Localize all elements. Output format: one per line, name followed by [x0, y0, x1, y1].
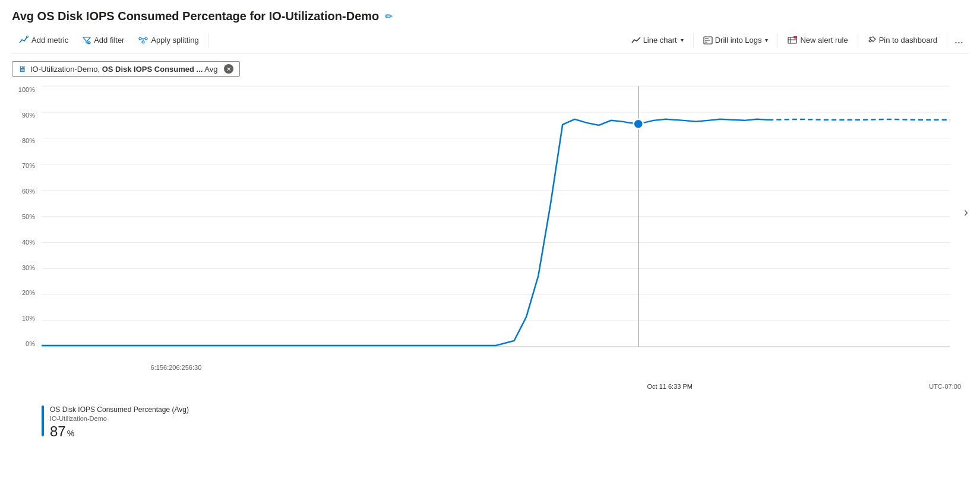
y-label-20: 20% — [12, 289, 35, 296]
svg-point-33 — [634, 119, 643, 129]
apply-splitting-label: Apply splitting — [151, 36, 198, 45]
svg-point-8 — [142, 41, 144, 43]
svg-text:!: ! — [795, 36, 796, 39]
y-label-100: 100% — [12, 86, 35, 93]
tooltip-label: Oct 11 6:33 PM — [647, 383, 693, 390]
metric-tag-metric: OS Disk IOPS Consumed ... — [102, 65, 203, 74]
line-chart-label: Line chart — [643, 36, 677, 45]
chart-plot — [42, 86, 950, 347]
svg-point-6 — [139, 37, 141, 40]
separator-3 — [777, 33, 778, 47]
page-title: Avg OS Disk IOPS Consumed Percentage for… — [12, 9, 379, 23]
add-filter-button[interactable]: Add filter — [75, 32, 131, 48]
edit-icon[interactable]: ✏ — [385, 11, 393, 22]
toolbar: Add metric Add filter Apply splitting — [12, 31, 968, 54]
separator-4 — [858, 33, 858, 47]
new-alert-rule-button[interactable]: ! New alert rule — [780, 32, 855, 48]
separator-2 — [693, 33, 694, 47]
y-label-0: 0% — [12, 340, 35, 347]
line-chart-button[interactable]: Line chart ▾ — [624, 32, 691, 48]
alert-icon: ! — [788, 36, 797, 45]
add-metric-button[interactable]: Add metric — [12, 32, 75, 49]
add-filter-label: Add filter — [94, 36, 124, 45]
metric-tag: 🖥 IO-Utilization-Demo, OS Disk IOPS Cons… — [12, 61, 240, 77]
new-alert-rule-label: New alert rule — [800, 36, 848, 45]
y-axis: 100% 90% 80% 70% 60% 50% 40% 30% 20% 10%… — [12, 86, 39, 347]
legend-value: 87 % — [50, 423, 189, 440]
x-label-615: 6:15 — [151, 364, 163, 371]
y-label-60: 60% — [12, 188, 35, 195]
apply-splitting-button[interactable]: Apply splitting — [131, 32, 206, 48]
legend-unit: % — [67, 429, 74, 438]
drill-logs-dropdown-arrow: ▾ — [765, 37, 768, 43]
drill-into-logs-button[interactable]: Drill into Logs ▾ — [696, 32, 776, 48]
legend: OS Disk IOPS Consumed Percentage (Avg) I… — [12, 405, 968, 440]
metric-tag-aggregation: Avg — [204, 65, 217, 74]
y-label-50: 50% — [12, 213, 35, 220]
y-label-80: 80% — [12, 137, 35, 144]
legend-title: OS Disk IOPS Consumed Percentage (Avg) — [50, 405, 189, 414]
pin-to-dashboard-button[interactable]: Pin to dashboard — [861, 32, 944, 48]
toolbar-right: Line chart ▾ Drill into Logs ▾ — [624, 31, 968, 49]
legend-number: 87 — [50, 423, 66, 440]
pin-to-dashboard-label: Pin to dashboard — [879, 36, 937, 45]
splitting-icon — [138, 36, 148, 45]
title-row: Avg OS Disk IOPS Consumed Percentage for… — [12, 9, 968, 23]
expand-button[interactable]: › — [964, 205, 968, 220]
legend-text: OS Disk IOPS Consumed Percentage (Avg) I… — [50, 405, 189, 440]
drill-into-logs-label: Drill into Logs — [715, 36, 762, 45]
x-label-620: 6:20 — [163, 364, 176, 371]
legend-color-bar — [42, 405, 44, 436]
y-label-90: 90% — [12, 112, 35, 119]
x-label-630: 6:30 — [189, 364, 201, 371]
filter-icon — [83, 36, 91, 45]
vm-icon: 🖥 — [18, 64, 27, 74]
x-label-625: 6:25 — [176, 364, 188, 371]
x-axis: 6:15 6:20 6:25 6:30 — [42, 364, 950, 371]
svg-point-7 — [145, 37, 147, 40]
separator-1 — [208, 33, 209, 47]
metric-tag-name: IO-Utilization-Demo, OS Disk IOPS Consum… — [30, 65, 218, 74]
chart-area: 100% 90% 80% 70% 60% 50% 40% 30% 20% 10%… — [12, 86, 968, 401]
pin-icon — [868, 36, 876, 45]
y-label-30: 30% — [12, 264, 35, 271]
timezone-label: UTC-07:00 — [929, 383, 961, 390]
metric-tag-close-button[interactable]: ✕ — [224, 64, 233, 74]
line-chart-dropdown-arrow: ▾ — [681, 37, 684, 43]
drill-logs-icon — [703, 36, 713, 45]
y-label-10: 10% — [12, 315, 35, 322]
y-label-40: 40% — [12, 239, 35, 246]
separator-5 — [947, 33, 947, 47]
more-options-button[interactable]: ... — [950, 31, 968, 49]
y-label-70: 70% — [12, 162, 35, 169]
legend-subtitle: IO-Utilization-Demo — [50, 415, 189, 422]
add-metric-icon — [19, 36, 29, 45]
line-chart-icon — [631, 36, 641, 45]
add-metric-label: Add metric — [31, 36, 68, 45]
chart-svg — [42, 86, 950, 347]
svg-line-20 — [871, 39, 872, 40]
